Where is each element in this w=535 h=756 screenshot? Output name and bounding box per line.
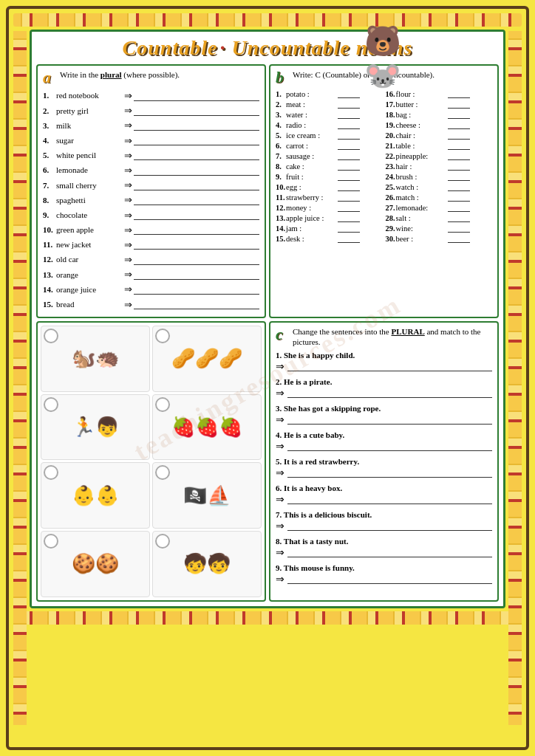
answer-input[interactable]	[338, 110, 360, 119]
section-a: a Write in the plural (where possible). …	[36, 64, 266, 318]
list-item: 24. brush :	[386, 172, 493, 181]
list-item: 8. cake :	[276, 162, 383, 171]
answer-input[interactable]	[338, 203, 360, 212]
section-b-col2: 16. flour : 17. butter : 18. bag : 19. c…	[386, 89, 493, 244]
list-item: 12. old car ⇒	[43, 253, 259, 267]
list-item: 14. orange juice ⇒	[43, 283, 259, 296]
answer-input[interactable]	[448, 141, 470, 150]
list-item: 2. meat :	[276, 100, 383, 109]
answer-input[interactable]	[448, 172, 470, 181]
list-item: 30. beer :	[386, 234, 493, 243]
answer-input[interactable]	[287, 548, 492, 557]
answer-input[interactable]	[134, 210, 259, 220]
answer-input[interactable]	[448, 89, 470, 98]
answer-input[interactable]	[287, 362, 492, 371]
answer-input[interactable]	[338, 120, 360, 129]
list-item: 15. bread ⇒	[43, 298, 259, 312]
answer-input[interactable]	[134, 106, 259, 116]
list-item: 7. small cherry ⇒	[43, 179, 259, 192]
answer-input[interactable]	[134, 151, 259, 160]
answer-input[interactable]	[338, 224, 360, 233]
image-emoji: 🍓🍓🍓	[171, 416, 242, 439]
pencil-border-bottom	[13, 611, 522, 625]
answer-input[interactable]	[287, 441, 492, 451]
answer-input[interactable]	[338, 131, 360, 140]
section-a-list: 1. red notebook ⇒ 2. pretty girl ⇒ 3. mi…	[43, 89, 259, 312]
image-cell: 🏃👦	[41, 394, 150, 461]
pencil-border-right	[508, 31, 522, 725]
circle-checkbox	[44, 329, 58, 343]
answer-input[interactable]	[338, 100, 360, 109]
answer-input[interactable]	[134, 240, 259, 250]
answer-input[interactable]	[338, 213, 360, 222]
section-c-letter: c	[276, 326, 289, 343]
image-emoji: 🐿️🦔	[72, 347, 119, 370]
answer-input[interactable]	[134, 255, 259, 265]
answer-input[interactable]	[134, 166, 259, 176]
list-item: 18. bag :	[386, 110, 493, 119]
answer-input[interactable]	[448, 203, 470, 212]
image-cell: 🏴‍☠️⛵	[152, 462, 262, 529]
answer-input[interactable]	[448, 224, 470, 233]
page-container: Countable · Uncountable nouns 🐻🐭 a Write…	[6, 6, 529, 750]
answer-input[interactable]	[338, 172, 360, 181]
answer-input[interactable]	[338, 234, 360, 243]
answer-input[interactable]	[338, 193, 360, 202]
image-emoji: 🏃👦	[72, 416, 119, 439]
main-grid: a Write in the plural (where possible). …	[36, 64, 499, 602]
answer-input[interactable]	[134, 196, 259, 205]
list-item: 14. jam :	[276, 224, 383, 233]
answer-input[interactable]	[287, 495, 492, 504]
image-emoji: 🧒🧒	[183, 552, 231, 575]
list-item: 9. This mouse is funny. ⇒	[276, 563, 492, 585]
answer-input[interactable]	[134, 270, 259, 280]
answer-input[interactable]	[448, 110, 470, 119]
image-emoji: 🏴‍☠️⛵	[183, 484, 231, 507]
list-item: 10. egg :	[276, 182, 383, 191]
answer-input[interactable]	[448, 131, 470, 140]
answer-input[interactable]	[287, 415, 492, 425]
section-a-letter: a	[43, 69, 56, 86]
answer-input[interactable]	[134, 181, 259, 190]
list-item: 8. spaghetti ⇒	[43, 193, 259, 207]
section-a-bold: plural	[100, 70, 122, 79]
answer-input[interactable]	[448, 100, 470, 109]
section-b-grid: 1. potato : 2. meat : 3. water : 4. radi…	[276, 89, 492, 244]
list-item: 4. radio :	[276, 120, 383, 129]
image-cell: 🍓🍓🍓	[152, 394, 262, 461]
list-item: 5. ice cream :	[276, 131, 383, 140]
title-area: Countable · Uncountable nouns 🐻🐭	[36, 36, 499, 60]
answer-input[interactable]	[287, 574, 492, 584]
answer-input[interactable]	[134, 225, 259, 235]
answer-input[interactable]	[448, 120, 470, 129]
answer-input[interactable]	[287, 521, 492, 531]
answer-input[interactable]	[448, 162, 470, 171]
answer-input[interactable]	[338, 141, 360, 150]
answer-input[interactable]	[448, 213, 470, 222]
circle-checkbox	[155, 397, 170, 412]
answer-input[interactable]	[448, 182, 470, 191]
answer-input[interactable]	[448, 193, 470, 202]
answer-input[interactable]	[448, 151, 470, 160]
pencil-border-left	[13, 31, 27, 725]
list-item: 10. green apple ⇒	[43, 224, 259, 237]
section-c-list: 1. She is a happy child. ⇒ 2. He is a pi…	[276, 351, 492, 585]
answer-input[interactable]	[338, 182, 360, 191]
list-item: 2. pretty girl ⇒	[43, 104, 259, 117]
list-item: 9. chocolate ⇒	[43, 209, 259, 222]
answer-input[interactable]	[134, 136, 259, 145]
answer-input[interactable]	[134, 285, 259, 295]
answer-input[interactable]	[338, 162, 360, 171]
list-item: 15. desk :	[276, 234, 383, 243]
answer-input[interactable]	[448, 234, 470, 243]
answer-input[interactable]	[134, 300, 259, 309]
list-item: 17. butter :	[386, 100, 493, 109]
answer-input[interactable]	[134, 92, 259, 101]
section-b-col1: 1. potato : 2. meat : 3. water : 4. radi…	[276, 89, 383, 244]
answer-input[interactable]	[338, 151, 360, 160]
circle-checkbox	[155, 534, 170, 549]
answer-input[interactable]	[134, 121, 259, 131]
answer-input[interactable]	[287, 468, 492, 478]
answer-input[interactable]	[287, 388, 492, 398]
list-item: 3. milk ⇒	[43, 119, 259, 132]
